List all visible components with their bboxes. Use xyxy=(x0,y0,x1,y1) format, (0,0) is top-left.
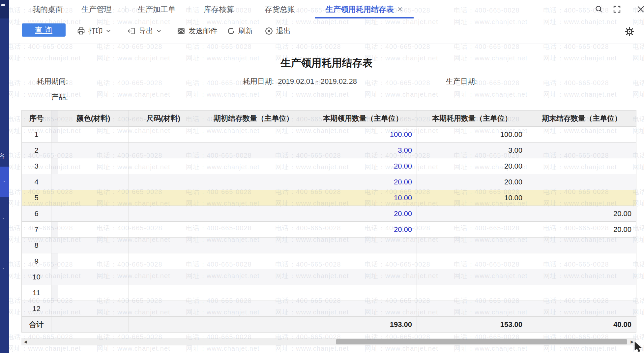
print-button[interactable]: 打印 xyxy=(77,18,111,44)
cell-consumed-qty[interactable]: 20.00 xyxy=(417,174,527,190)
cell-ending-qty[interactable] xyxy=(527,174,636,190)
cell-ending-qty[interactable] xyxy=(527,269,636,285)
send-mail-button[interactable]: 发送邮件 xyxy=(177,18,218,44)
scroll-left-arrow[interactable]: ◀ xyxy=(22,338,29,345)
cell-color[interactable] xyxy=(58,301,129,317)
cell-consumed-qty[interactable]: 10.00 xyxy=(417,190,527,206)
cell-begin-qty[interactable] xyxy=(198,143,309,158)
cell-no[interactable]: 1 xyxy=(22,127,51,143)
tab-1[interactable]: 我的桌面 xyxy=(33,0,63,18)
cell-no[interactable]: 5 xyxy=(22,190,51,206)
tab-5[interactable]: 存货总账 xyxy=(265,0,295,18)
cell-color[interactable] xyxy=(58,269,129,285)
cell-size[interactable] xyxy=(129,158,198,174)
cell-size[interactable] xyxy=(129,301,198,317)
settings-button[interactable] xyxy=(623,25,636,38)
cell-issued-qty[interactable]: 10.00 xyxy=(309,190,417,206)
cell-begin-qty[interactable] xyxy=(198,269,309,285)
exit-button[interactable]: 退出 xyxy=(265,18,291,44)
cell-begin-qty[interactable] xyxy=(198,285,309,301)
tab-3[interactable]: 生产加工单 xyxy=(138,0,176,18)
cell-issued-qty[interactable]: 20.00 xyxy=(309,222,417,238)
close-window-button[interactable] xyxy=(634,3,644,16)
cell-no[interactable]: 2 xyxy=(22,143,51,158)
horizontal-scrollbar[interactable]: ◀ ▶ xyxy=(21,338,636,345)
cell-color[interactable] xyxy=(58,174,129,190)
table-row-5[interactable]: 510.0010.00 xyxy=(22,190,636,206)
table-row-3[interactable]: 320.0020.00 xyxy=(22,158,636,174)
scrollbar-thumb[interactable] xyxy=(336,339,627,344)
cell-issued-qty[interactable]: 3.00 xyxy=(309,143,417,158)
table-row-4[interactable]: 420.0020.00 xyxy=(22,174,636,190)
tab-close-icon[interactable]: ✕ xyxy=(397,5,403,13)
cell-size[interactable] xyxy=(129,206,198,222)
cell-color[interactable] xyxy=(58,158,129,174)
cell-consumed-qty[interactable]: 100.00 xyxy=(417,127,527,143)
cell-issued-qty[interactable] xyxy=(309,269,417,285)
table-row-9[interactable]: 9 xyxy=(22,253,636,269)
cell-issued-qty[interactable] xyxy=(309,301,417,317)
cell-begin-qty[interactable] xyxy=(198,301,309,317)
cell-issued-qty[interactable] xyxy=(309,285,417,301)
cell-size[interactable] xyxy=(129,285,198,301)
cell-issued-qty[interactable]: 20.00 xyxy=(309,206,417,222)
cell-consumed-qty[interactable] xyxy=(417,301,527,317)
cell-size[interactable] xyxy=(129,143,198,158)
cell-ending-qty[interactable] xyxy=(527,190,636,206)
cell-begin-qty[interactable] xyxy=(198,238,309,253)
cell-color[interactable] xyxy=(58,222,129,238)
cell-begin-qty[interactable] xyxy=(198,253,309,269)
cell-issued-qty[interactable] xyxy=(309,238,417,253)
cell-begin-qty[interactable] xyxy=(198,158,309,174)
cell-no[interactable]: 9 xyxy=(22,253,51,269)
cell-ending-qty[interactable] xyxy=(527,253,636,269)
cell-no[interactable]: 10 xyxy=(22,269,51,285)
cell-size[interactable] xyxy=(129,222,198,238)
cell-begin-qty[interactable] xyxy=(198,206,309,222)
refresh-button[interactable]: 刷新 xyxy=(227,18,253,44)
export-button[interactable]: 导出 xyxy=(127,18,161,44)
cell-no[interactable]: 6 xyxy=(22,206,51,222)
cell-consumed-qty[interactable]: 3.00 xyxy=(417,143,527,158)
cell-color[interactable] xyxy=(58,143,129,158)
cell-no[interactable]: 3 xyxy=(22,158,51,174)
cell-consumed-qty[interactable]: 20.00 xyxy=(417,158,527,174)
table-row-11[interactable]: 11 xyxy=(22,285,636,301)
cell-begin-qty[interactable] xyxy=(198,127,309,143)
table-row-10[interactable]: 10 xyxy=(22,269,636,285)
search-button[interactable] xyxy=(592,3,605,16)
cell-color[interactable] xyxy=(58,285,129,301)
fullscreen-button[interactable] xyxy=(610,3,624,16)
cell-no[interactable]: 8 xyxy=(22,238,51,253)
cell-color[interactable] xyxy=(58,206,129,222)
cell-size[interactable] xyxy=(129,269,198,285)
cell-size[interactable] xyxy=(129,174,198,190)
cell-size[interactable] xyxy=(129,190,198,206)
cell-issued-qty[interactable]: 20.00 xyxy=(309,158,417,174)
tab-active-production-report[interactable]: 生产领用耗用结存表 ✕ xyxy=(315,0,414,18)
cell-consumed-qty[interactable] xyxy=(417,269,527,285)
query-button[interactable]: 查 询 xyxy=(22,23,66,37)
cell-ending-qty[interactable] xyxy=(527,127,636,143)
cell-size[interactable] xyxy=(129,253,198,269)
table-row-7[interactable]: 720.0020.00 xyxy=(22,222,636,238)
table-row-8[interactable]: 8 xyxy=(22,238,636,253)
cell-ending-qty[interactable] xyxy=(527,143,636,158)
cell-size[interactable] xyxy=(129,238,198,253)
cell-ending-qty[interactable] xyxy=(527,301,636,317)
cell-no[interactable]: 7 xyxy=(22,222,51,238)
cell-begin-qty[interactable] xyxy=(198,190,309,206)
cell-no[interactable]: 12 xyxy=(22,301,51,317)
cell-ending-qty[interactable] xyxy=(527,158,636,174)
cell-begin-qty[interactable] xyxy=(198,222,309,238)
cell-consumed-qty[interactable] xyxy=(417,253,527,269)
table-row-1[interactable]: 1100.00100.00 xyxy=(22,127,636,143)
cell-consumed-qty[interactable] xyxy=(417,285,527,301)
tab-4[interactable]: 库存核算 xyxy=(204,0,234,18)
cell-size[interactable] xyxy=(129,127,198,143)
cell-ending-qty[interactable]: 20.00 xyxy=(527,222,636,238)
cell-color[interactable] xyxy=(58,238,129,253)
cell-color[interactable] xyxy=(58,190,129,206)
cell-consumed-qty[interactable] xyxy=(417,222,527,238)
cell-issued-qty[interactable] xyxy=(309,253,417,269)
